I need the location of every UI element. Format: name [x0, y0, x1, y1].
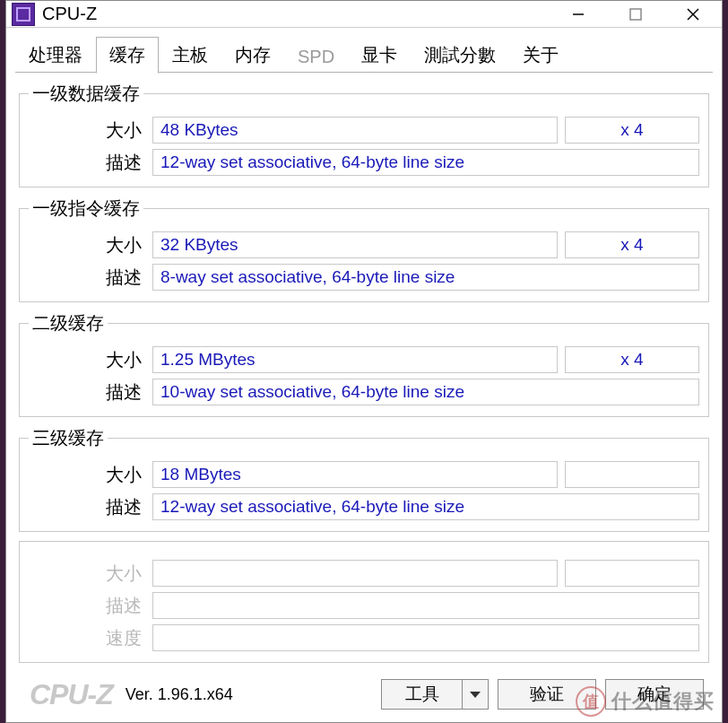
caches-panel: 一级数据缓存 大小 48 KBytes x 4 描述 12-way set as…: [15, 73, 713, 672]
footer: CPU-Z Ver. 1.96.1.x64 工具 验证 确定: [15, 672, 713, 719]
l4-speed-value: [152, 624, 699, 651]
l1i-size-value: 32 KBytes: [152, 231, 558, 258]
l1i-desc-value: 8-way set associative, 64-byte line size: [152, 264, 699, 291]
l1d-multiplier: x 4: [565, 117, 699, 144]
tab-about[interactable]: 关于: [509, 37, 572, 74]
tab-bench[interactable]: 測試分數: [411, 37, 509, 74]
group-l1i-cache: 一级指令缓存 大小 32 KBytes x 4 描述 8-way set ass…: [19, 196, 709, 302]
tools-dropdown-arrow[interactable]: [462, 679, 489, 710]
tab-mainboard[interactable]: 主板: [159, 37, 221, 74]
logo-text: CPU-Z: [24, 678, 113, 711]
svg-rect-1: [630, 9, 641, 20]
group-l3-title: 三级缓存: [29, 426, 108, 450]
l4-desc-value: [152, 592, 699, 619]
validate-button[interactable]: 验证: [498, 679, 596, 710]
titlebar[interactable]: CPU-Z: [6, 1, 722, 28]
app-icon: [12, 3, 35, 26]
label-size-disabled: 大小: [29, 562, 145, 586]
window-title: CPU-Z: [42, 4, 97, 24]
label-size: 大小: [29, 348, 145, 372]
minimize-button[interactable]: [550, 1, 607, 27]
label-desc: 描述: [29, 151, 145, 175]
label-size: 大小: [29, 463, 145, 487]
l4-size-value: [152, 560, 558, 587]
tabstrip: 处理器 缓存 主板 内存 SPD 显卡 測試分數 关于: [15, 37, 713, 73]
label-desc: 描述: [29, 380, 145, 405]
group-l2-cache: 二级缓存 大小 1.25 MBytes x 4 描述 10-way set as…: [19, 311, 709, 417]
version-text: Ver. 1.96.1.x64: [126, 685, 233, 704]
label-desc: 描述: [29, 495, 145, 519]
l3-multiplier: [565, 461, 699, 488]
l1i-multiplier: x 4: [565, 231, 699, 258]
tools-dropdown[interactable]: 工具: [381, 679, 489, 710]
ok-button[interactable]: 确定: [605, 679, 704, 710]
maximize-button[interactable]: [607, 1, 664, 27]
l3-size-value: 18 MBytes: [152, 461, 558, 488]
l3-desc-value: 12-way set associative, 64-byte line siz…: [152, 493, 699, 520]
label-desc: 描述: [29, 266, 145, 290]
app-window: CPU-Z 处理器 缓存 主板 内存 SPD 显卡 測試分數 关于: [5, 0, 723, 723]
label-speed-disabled: 速度: [29, 626, 145, 650]
tab-caches[interactable]: 缓存: [96, 37, 159, 74]
l1d-desc-value: 12-way set associative, 64-byte line siz…: [152, 149, 699, 176]
l2-multiplier: x 4: [565, 346, 699, 373]
label-desc-disabled: 描述: [29, 594, 145, 618]
l2-desc-value: 10-way set associative, 64-byte line siz…: [152, 379, 699, 405]
group-l1d-title: 一级数据缓存: [29, 82, 143, 106]
tools-button[interactable]: 工具: [381, 679, 462, 710]
close-button[interactable]: [664, 1, 722, 27]
tab-spd[interactable]: SPD: [284, 40, 348, 74]
client-area: 处理器 缓存 主板 内存 SPD 显卡 測試分數 关于 一级数据缓存 大小 48…: [6, 28, 722, 722]
group-l4-cache: 大小 描述 速度: [19, 541, 709, 663]
group-l1d-cache: 一级数据缓存 大小 48 KBytes x 4 描述 12-way set as…: [19, 82, 709, 187]
group-l1i-title: 一级指令缓存: [29, 196, 143, 221]
l4-multiplier: [565, 560, 699, 587]
group-l3-cache: 三级缓存 大小 18 MBytes 描述 12-way set associat…: [19, 426, 709, 532]
tab-cpu[interactable]: 处理器: [15, 37, 96, 74]
group-l2-title: 二级缓存: [29, 311, 108, 335]
l2-size-value: 1.25 MBytes: [152, 346, 558, 373]
tab-graphics[interactable]: 显卡: [348, 37, 411, 74]
l1d-size-value: 48 KBytes: [152, 117, 558, 144]
label-size: 大小: [29, 233, 145, 257]
label-size: 大小: [29, 118, 145, 143]
tab-memory[interactable]: 内存: [221, 37, 284, 74]
